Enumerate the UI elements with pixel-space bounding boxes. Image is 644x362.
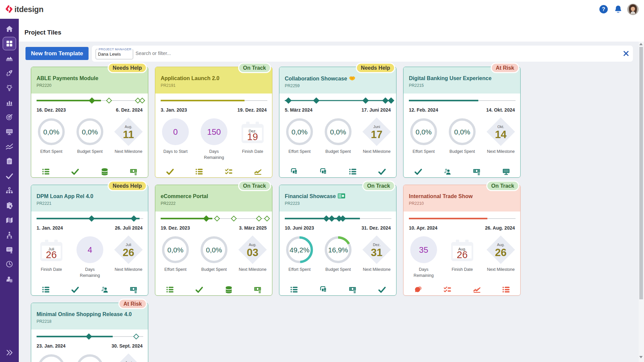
svg-text:?: ? <box>602 6 605 12</box>
